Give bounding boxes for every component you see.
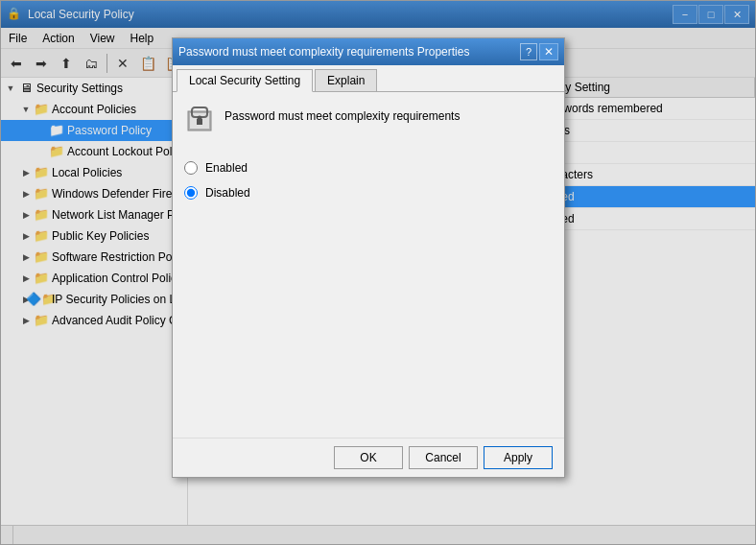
- policy-icon: [184, 104, 215, 134]
- radio-enabled[interactable]: [184, 161, 198, 175]
- dialog-footer: OK Cancel Apply: [173, 438, 564, 477]
- radio-group: Enabled Disabled: [184, 154, 553, 207]
- dialog-controls: ? ✕: [520, 43, 558, 60]
- apply-button[interactable]: Apply: [484, 446, 553, 469]
- tab-local-label: Local Security Setting: [189, 74, 300, 87]
- tab-explain-label: Explain: [327, 74, 365, 87]
- option-disabled-label: Disabled: [205, 186, 250, 200]
- radio-disabled[interactable]: [184, 186, 198, 200]
- dialog: Password must meet complexity requiremen…: [172, 37, 565, 478]
- policy-header: Password must meet complexity requiremen…: [184, 104, 553, 134]
- option-disabled[interactable]: Disabled: [184, 186, 553, 200]
- dialog-title-bar: Password must meet complexity requiremen…: [173, 38, 564, 65]
- tab-local-security[interactable]: Local Security Setting: [177, 69, 313, 92]
- tab-explain[interactable]: Explain: [315, 69, 377, 91]
- option-enabled-label: Enabled: [205, 161, 248, 175]
- option-enabled[interactable]: Enabled: [184, 161, 553, 175]
- dialog-body: Password must meet complexity requiremen…: [173, 92, 564, 438]
- modal-overlay: Password must meet complexity requiremen…: [1, 1, 755, 544]
- cancel-button[interactable]: Cancel: [409, 446, 478, 469]
- dialog-help-button[interactable]: ?: [520, 43, 537, 60]
- dialog-title: Password must meet complexity requiremen…: [178, 45, 520, 59]
- dialog-tabs: Local Security Setting Explain: [173, 65, 564, 92]
- svg-point-4: [198, 116, 202, 121]
- dialog-close-button[interactable]: ✕: [539, 43, 558, 60]
- main-window: 🔒 Local Security Policy − □ ✕ File Actio…: [0, 0, 756, 545]
- policy-title: Password must meet complexity requiremen…: [224, 104, 460, 123]
- ok-button[interactable]: OK: [334, 446, 403, 469]
